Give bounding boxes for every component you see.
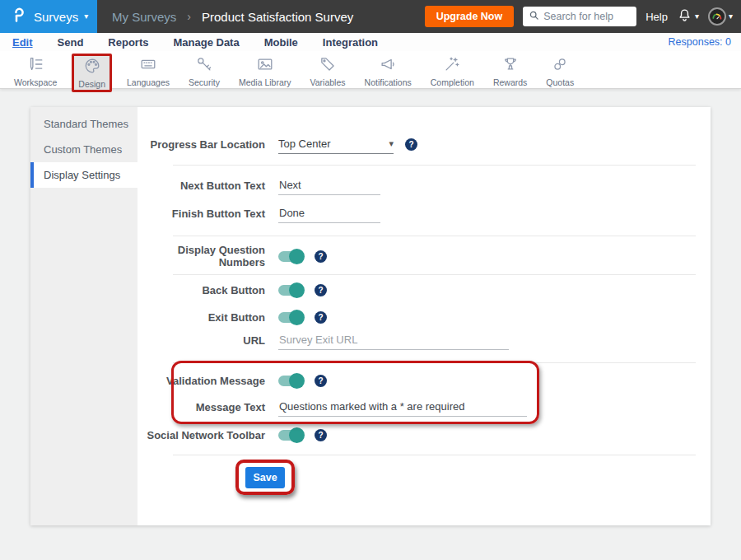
divider [173, 274, 696, 275]
survey-exit-url-input[interactable] [278, 330, 509, 350]
divider [173, 455, 696, 455]
toolbar-item-variables[interactable]: Variables [306, 54, 350, 89]
row-social-network-toolbar: Social Network Toolbar [137, 423, 711, 446]
row-back-button: Back Button [137, 278, 711, 301]
help-icon[interactable] [315, 311, 327, 324]
questionpro-app: Surveys My Surveys Product Satisfaction … [0, 0, 741, 560]
help-link[interactable]: Help [645, 11, 668, 23]
notifications-megaphone-icon [379, 55, 397, 77]
row-display-question-numbers: Display Question Numbers [137, 245, 711, 268]
variables-tag-icon [319, 55, 337, 77]
help-search[interactable] [523, 7, 636, 26]
breadcrumb: My Surveys Product Satisfaction Survey [112, 0, 353, 33]
page-title: Product Satisfaction Survey [202, 10, 353, 24]
nav-edit[interactable]: Edit [12, 36, 33, 49]
quotas-links-icon [551, 55, 569, 77]
chevron-down-icon [84, 12, 88, 21]
row-exit-button: Exit Button [137, 306, 711, 329]
upgrade-now-button[interactable]: Upgrade Now [425, 6, 515, 27]
social-network-toolbar-toggle[interactable] [278, 430, 303, 441]
toolbar-item-notifications[interactable]: Notifications [361, 54, 416, 89]
divider [173, 362, 696, 363]
workspace-icon [26, 55, 44, 77]
help-icon[interactable] [315, 250, 327, 263]
bell-icon [677, 7, 692, 26]
validation-message-toggle[interactable] [278, 376, 303, 386]
back-button-toggle[interactable] [278, 285, 303, 296]
sidebar-item-standard-themes[interactable]: Standard Themes [30, 111, 137, 137]
help-icon[interactable] [405, 138, 417, 151]
exit-button-toggle[interactable] [278, 312, 303, 323]
account-menu[interactable] [708, 7, 733, 26]
toolbar-item-design[interactable]: Design [72, 54, 112, 92]
display-question-numbers-toggle[interactable] [278, 251, 303, 262]
toolbar-item-workspace[interactable]: Workspace [10, 54, 61, 89]
toolbar-item-languages[interactable]: Languages [123, 54, 174, 89]
breadcrumb-my-surveys[interactable]: My Surveys [112, 10, 176, 24]
surveys-menu[interactable]: Surveys [0, 0, 97, 33]
toolbar-item-security[interactable]: Security [184, 54, 224, 89]
breadcrumb-separator-icon [187, 10, 191, 23]
sidebar-item-custom-themes[interactable]: Custom Themes [30, 137, 137, 162]
chevron-down-icon [389, 139, 394, 148]
progress-bar-location-select[interactable]: Top Center [278, 134, 394, 154]
questionpro-logo-icon [12, 6, 28, 27]
toolbar-item-quotas[interactable]: Quotas [542, 54, 578, 89]
search-icon [529, 9, 539, 24]
row-finish-button-text: Finish Button Text [137, 202, 711, 225]
nav-mobile[interactable]: Mobile [264, 36, 298, 49]
rewards-trophy-icon [501, 55, 520, 77]
divider [173, 165, 696, 166]
row-next-button-text: Next Button Text [137, 174, 711, 197]
completion-wand-icon [443, 55, 461, 77]
design-settings-panel: Standard Themes Custom Themes Display Se… [30, 107, 711, 525]
save-button[interactable]: Save [245, 467, 285, 488]
toolbar-item-media-library[interactable]: Media Library [235, 54, 296, 89]
nav-reports[interactable]: Reports [108, 36, 148, 49]
nav-manage-data[interactable]: Manage Data [173, 36, 239, 49]
divider [173, 236, 696, 236]
nav-send[interactable]: Send [58, 36, 84, 49]
chevron-down-icon [729, 12, 733, 21]
topbar-actions: Upgrade Now Help [425, 0, 733, 33]
edit-toolbar: Workspace Design Languages Security Medi… [0, 51, 741, 89]
row-exit-url: URL [137, 329, 711, 352]
sidebar-item-display-settings[interactable]: Display Settings [30, 162, 137, 188]
topbar: Surveys My Surveys Product Satisfaction … [0, 0, 741, 33]
help-icon[interactable] [315, 375, 327, 387]
security-key-icon [195, 55, 213, 77]
responses-count[interactable]: Responses: 0 [669, 36, 731, 48]
row-progress-bar-location: Progress Bar Location Top Center [137, 133, 711, 156]
help-icon[interactable] [315, 284, 327, 296]
design-sidebar: Standard Themes Custom Themes Display Se… [30, 107, 137, 525]
brand-label: Surveys [34, 10, 78, 24]
chevron-down-icon [695, 12, 699, 21]
toolbar-item-rewards[interactable]: Rewards [489, 54, 531, 89]
search-input[interactable] [543, 11, 631, 22]
display-settings-form: Progress Bar Location Top Center Next Bu… [137, 107, 711, 525]
row-message-text: Message Text [137, 395, 711, 418]
avatar [708, 7, 726, 26]
design-palette-icon [83, 57, 101, 78]
row-validation-message: Validation Message [137, 369, 711, 392]
help-icon[interactable] [315, 429, 327, 441]
toolbar-item-completion[interactable]: Completion [426, 54, 478, 89]
next-button-text-input[interactable] [278, 175, 380, 195]
languages-keyboard-icon [139, 55, 157, 77]
notifications-menu[interactable] [677, 7, 699, 26]
nav-integration[interactable]: Integration [323, 36, 378, 49]
survey-nav: Edit Send Reports Manage Data Mobile Int… [0, 33, 741, 51]
finish-button-text-input[interactable] [278, 203, 380, 223]
message-text-input[interactable] [278, 397, 527, 417]
media-library-image-icon [256, 55, 274, 77]
